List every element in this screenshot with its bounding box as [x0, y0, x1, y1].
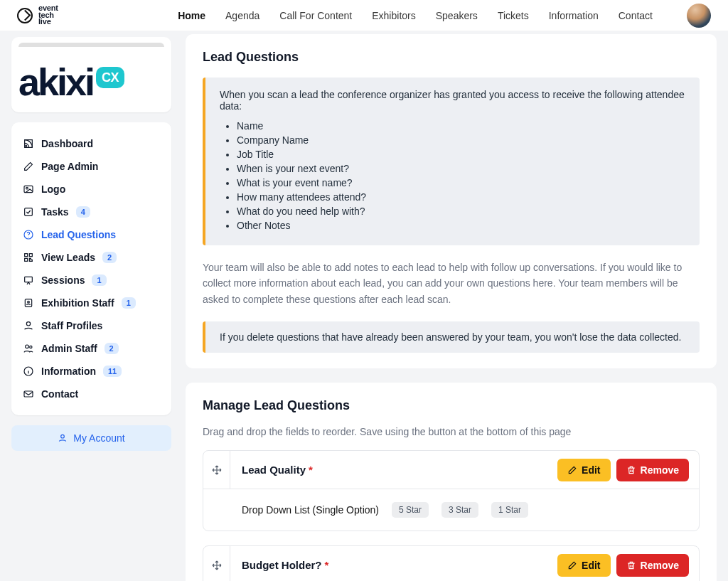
- remove-button[interactable]: Remove: [616, 459, 689, 481]
- sidebar-item-sessions[interactable]: Sessions 1: [16, 269, 167, 292]
- main: Lead Questions When you scan a lead the …: [186, 34, 717, 581]
- pencil-icon: [567, 560, 577, 570]
- sidebar-item-label: Lead Questions: [41, 229, 116, 240]
- question-header: Budget Holder?* Edit Remove: [203, 546, 699, 581]
- required-asterisk: *: [309, 464, 313, 476]
- option-chip: 1 Star: [491, 502, 528, 518]
- data-point: Job Title: [237, 149, 685, 160]
- svg-rect-8: [25, 258, 28, 261]
- nav-contact[interactable]: Contact: [619, 10, 653, 21]
- question-actions: Edit Remove: [547, 554, 699, 577]
- help-icon: [23, 229, 34, 240]
- intro-text: When you scan a lead the conference orga…: [220, 89, 685, 112]
- user-icon: [23, 320, 34, 331]
- user-icon: [58, 433, 68, 443]
- nav-call-for-content[interactable]: Call For Content: [279, 10, 352, 21]
- sidebar-item-label: Information: [41, 366, 96, 377]
- sidebar-item-label: Contact: [41, 388, 78, 400]
- helper-text: Your team will also be able to add notes…: [203, 260, 700, 307]
- required-asterisk: *: [325, 559, 329, 571]
- users-icon: [23, 343, 34, 354]
- nav-agenda[interactable]: Agenda: [225, 10, 259, 21]
- intro-callout: When you scan a lead the conference orga…: [203, 78, 700, 245]
- nav-speakers[interactable]: Speakers: [436, 10, 478, 21]
- svg-rect-3: [25, 208, 33, 216]
- brand-logo-icon: [17, 8, 33, 23]
- sidebar-item-label: Dashboard: [41, 138, 93, 149]
- sidebar-item-label: View Leads: [41, 252, 95, 263]
- id-icon: [23, 297, 34, 309]
- my-account-button[interactable]: My Account: [11, 425, 171, 451]
- question-actions: Edit Remove: [547, 459, 699, 481]
- sidebar-item-label: Staff Profiles: [41, 320, 102, 331]
- card-accent-stripe: [18, 43, 164, 47]
- checkbox-icon: [23, 206, 34, 218]
- sidebar-item-view-leads[interactable]: View Leads 2: [16, 246, 167, 269]
- remove-button[interactable]: Remove: [616, 554, 689, 577]
- question-title: Lead Quality*: [230, 451, 547, 489]
- sidebar-item-dashboard[interactable]: Dashboard: [16, 132, 167, 155]
- sidebar-item-admin-staff[interactable]: Admin Staff 2: [16, 337, 167, 360]
- sidebar-nav: Dashboard Page Admin Logo Tasks 4 Lead Q…: [11, 122, 171, 415]
- edit-button[interactable]: Edit: [557, 554, 610, 577]
- data-point: Company Name: [237, 134, 685, 146]
- image-icon: [23, 183, 34, 195]
- data-point: What is your event name?: [237, 177, 685, 188]
- edit-button[interactable]: Edit: [557, 459, 610, 481]
- sidebar-item-page-admin[interactable]: Page Admin: [16, 155, 167, 178]
- page-title: Lead Questions: [203, 50, 700, 65]
- admin-staff-badge: 2: [105, 343, 119, 354]
- sidebar-item-label: Tasks: [41, 206, 69, 218]
- data-point: Other Notes: [237, 220, 685, 231]
- qr-icon: [23, 252, 34, 263]
- sidebar-item-contact[interactable]: Contact: [16, 383, 167, 405]
- info-icon: [23, 366, 34, 377]
- option-chip: 5 Star: [392, 502, 429, 518]
- svg-rect-6: [25, 254, 28, 257]
- nav-information[interactable]: Information: [549, 10, 599, 21]
- svg-point-17: [61, 435, 65, 438]
- svg-point-5: [28, 237, 28, 238]
- svg-point-14: [30, 346, 32, 348]
- sidebar-item-label: Page Admin: [41, 161, 98, 172]
- sidebar-item-label: Logo: [41, 183, 65, 195]
- svg-point-13: [26, 345, 29, 348]
- feed-icon: [23, 138, 34, 149]
- brand[interactable]: event tech live: [17, 5, 58, 25]
- lead-questions-panel: Lead Questions When you scan a lead the …: [186, 34, 717, 368]
- avatar[interactable]: [687, 4, 711, 28]
- data-point: What do you need help with?: [237, 206, 685, 217]
- question-title: Budget Holder?*: [230, 546, 547, 581]
- svg-point-0: [26, 145, 27, 146]
- drag-handle[interactable]: [203, 451, 230, 489]
- nav-home[interactable]: Home: [178, 10, 205, 21]
- sidebar: akixiCX Dashboard Page Admin Logo Tasks …: [11, 34, 171, 451]
- svg-rect-16: [24, 391, 33, 397]
- data-point: Name: [237, 120, 685, 132]
- top-nav: Home Agenda Call For Content Exhibitors …: [178, 4, 711, 28]
- sidebar-item-label: Sessions: [41, 274, 85, 286]
- view-leads-badge: 2: [102, 252, 117, 263]
- sidebar-item-logo[interactable]: Logo: [16, 178, 167, 201]
- brand-text: event tech live: [38, 5, 58, 25]
- sidebar-item-label: Exhibition Staff: [41, 297, 114, 309]
- my-account-label: My Account: [73, 432, 124, 444]
- svg-rect-7: [29, 254, 32, 257]
- presentation-icon: [23, 274, 34, 286]
- manage-title: Manage Lead Questions: [203, 398, 700, 413]
- pencil-icon: [567, 465, 577, 475]
- nav-tickets[interactable]: Tickets: [498, 10, 529, 21]
- data-point: How many attendees attend?: [237, 191, 685, 203]
- sidebar-item-lead-questions[interactable]: Lead Questions: [16, 223, 167, 246]
- sidebar-item-information[interactable]: Information 11: [16, 360, 167, 383]
- move-icon: [211, 560, 223, 571]
- sidebar-item-exhibition-staff[interactable]: Exhibition Staff 1: [16, 292, 167, 314]
- company-logo: akixiCX: [18, 51, 164, 101]
- sidebar-item-tasks[interactable]: Tasks 4: [16, 201, 167, 223]
- data-point: When is your next event?: [237, 163, 685, 174]
- manage-questions-panel: Manage Lead Questions Drag and drop the …: [186, 383, 717, 581]
- drag-handle[interactable]: [203, 546, 230, 581]
- topbar: event tech live Home Agenda Call For Con…: [0, 0, 728, 31]
- sidebar-item-staff-profiles[interactable]: Staff Profiles: [16, 314, 167, 337]
- nav-exhibitors[interactable]: Exhibitors: [372, 10, 415, 21]
